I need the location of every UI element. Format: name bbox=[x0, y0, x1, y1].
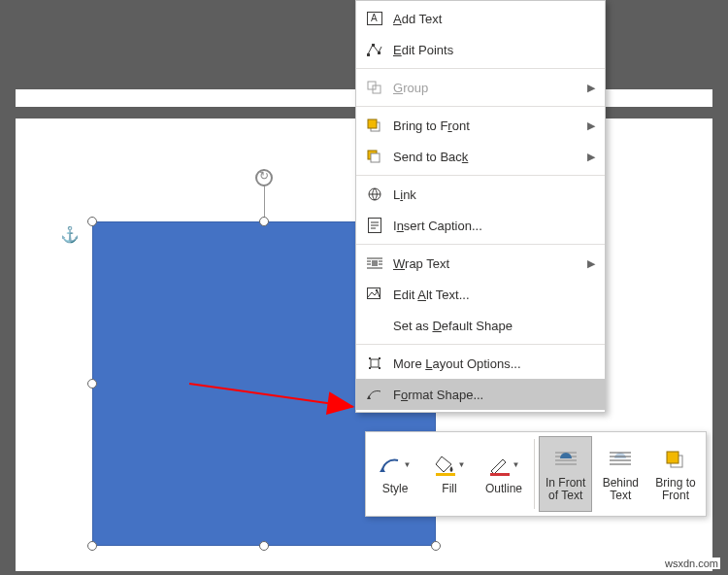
menu-label: Set as Default Shape bbox=[393, 319, 595, 333]
button-label: Outline bbox=[485, 483, 522, 495]
svg-rect-10 bbox=[371, 153, 380, 162]
resize-handle-s[interactable] bbox=[259, 541, 269, 551]
svg-rect-19 bbox=[372, 260, 378, 266]
rotation-handle[interactable] bbox=[255, 169, 273, 186]
group-icon bbox=[364, 79, 385, 96]
menu-send-to-back[interactable]: Send to Back ▶ bbox=[356, 141, 605, 172]
menu-edit-points[interactable]: Edit Points bbox=[356, 34, 605, 65]
rotation-stem bbox=[264, 184, 265, 217]
button-label: Fill bbox=[442, 483, 456, 495]
menu-separator bbox=[356, 175, 605, 176]
submenu-arrow-icon: ▶ bbox=[587, 257, 595, 270]
menu-label: Link bbox=[393, 187, 595, 202]
svg-rect-3 bbox=[372, 44, 375, 47]
button-label: Style bbox=[382, 483, 409, 495]
mini-behind-text-button[interactable]: Behind Text bbox=[594, 436, 646, 512]
svg-rect-25 bbox=[371, 359, 379, 367]
svg-rect-27 bbox=[379, 357, 381, 359]
watermark-text: wsxdn.com bbox=[663, 558, 720, 569]
menu-label: Add Text bbox=[393, 12, 595, 26]
in-front-of-text-icon bbox=[553, 446, 579, 473]
menu-label: Group bbox=[393, 81, 587, 95]
app-chrome-left bbox=[0, 0, 16, 575]
resize-handle-w[interactable] bbox=[87, 379, 97, 389]
svg-text:A: A bbox=[371, 13, 378, 23]
toolbar-separator bbox=[534, 439, 535, 509]
app-chrome-right bbox=[712, 0, 728, 575]
dropdown-icon: ▼ bbox=[513, 461, 520, 470]
menu-more-layout-options[interactable]: More Layout Options... bbox=[356, 348, 605, 379]
svg-rect-4 bbox=[378, 51, 381, 54]
app-chrome-bottom bbox=[0, 571, 728, 575]
menu-label: Insert Caption... bbox=[393, 219, 595, 233]
menu-label: Send to Back bbox=[393, 150, 587, 164]
dropdown-icon: ▼ bbox=[458, 461, 466, 470]
layout-options-icon bbox=[364, 355, 385, 372]
menu-separator bbox=[356, 106, 605, 107]
svg-rect-2 bbox=[367, 53, 370, 56]
menu-wrap-text[interactable]: Wrap Text ▶ bbox=[356, 248, 605, 279]
mini-outline-button[interactable]: ▼ Outline bbox=[478, 436, 530, 512]
submenu-arrow-icon: ▶ bbox=[587, 151, 595, 163]
menu-insert-caption[interactable]: Insert Caption... bbox=[356, 210, 605, 241]
menu-add-text[interactable]: A Add Text bbox=[356, 3, 605, 34]
menu-bring-to-front[interactable]: Bring to Front ▶ bbox=[356, 110, 605, 141]
link-icon bbox=[364, 186, 385, 203]
resize-handle-nw[interactable] bbox=[87, 217, 97, 226]
svg-point-24 bbox=[376, 289, 378, 291]
menu-group[interactable]: Group ▶ bbox=[356, 72, 605, 103]
blank-icon bbox=[364, 317, 385, 334]
bring-to-front-icon bbox=[364, 117, 385, 134]
menu-format-shape[interactable]: Format Shape... bbox=[356, 379, 605, 410]
submenu-arrow-icon: ▶ bbox=[587, 119, 595, 132]
svg-rect-32 bbox=[490, 473, 510, 476]
caption-icon bbox=[364, 217, 385, 234]
mini-fill-button[interactable]: ▼ Fill bbox=[423, 436, 476, 512]
menu-edit-alt-text[interactable]: Edit Alt Text... bbox=[356, 279, 605, 310]
menu-label: Format Shape... bbox=[393, 388, 595, 402]
alt-text-icon bbox=[364, 286, 385, 303]
submenu-arrow-icon: ▶ bbox=[587, 82, 595, 94]
mini-style-button[interactable]: ▼ Style bbox=[369, 436, 421, 512]
dropdown-icon: ▼ bbox=[404, 461, 412, 470]
menu-label: More Layout Options... bbox=[393, 356, 595, 371]
svg-marker-30 bbox=[436, 457, 451, 472]
svg-rect-26 bbox=[369, 357, 371, 359]
send-to-back-icon bbox=[364, 148, 385, 165]
wrap-text-icon bbox=[364, 254, 385, 272]
edit-points-icon bbox=[364, 41, 385, 58]
button-label: Bring to Front bbox=[655, 477, 695, 502]
anchor-icon bbox=[60, 225, 80, 244]
fill-icon: ▼ bbox=[434, 452, 466, 479]
menu-separator bbox=[356, 68, 605, 69]
text-box-icon: A bbox=[364, 10, 385, 27]
behind-text-icon bbox=[608, 446, 633, 473]
button-label: Behind Text bbox=[603, 477, 639, 502]
svg-rect-31 bbox=[436, 473, 455, 476]
bring-to-front-icon bbox=[664, 446, 687, 473]
svg-rect-28 bbox=[369, 367, 371, 369]
menu-separator bbox=[356, 344, 605, 345]
menu-label: Edit Points bbox=[393, 43, 595, 57]
menu-link[interactable]: Link bbox=[356, 179, 605, 210]
format-shape-icon bbox=[364, 386, 385, 403]
outline-icon: ▼ bbox=[488, 452, 520, 479]
svg-rect-8 bbox=[368, 119, 377, 128]
mini-in-front-of-text-button[interactable]: In Front of Text bbox=[539, 436, 592, 512]
shape-mini-toolbar: ▼ Style ▼ Fill ▼ Outline In Front of Tex… bbox=[365, 431, 707, 517]
style-icon: ▼ bbox=[380, 452, 412, 479]
shape-context-menu: A Add Text Edit Points Group ▶ Bring to … bbox=[355, 0, 606, 413]
resize-handle-se[interactable] bbox=[431, 541, 441, 551]
menu-label: Bring to Front bbox=[393, 118, 587, 133]
resize-handle-n[interactable] bbox=[259, 217, 269, 226]
mini-bring-to-front-button[interactable]: Bring to Front bbox=[648, 436, 702, 512]
menu-set-default-shape[interactable]: Set as Default Shape bbox=[356, 310, 605, 341]
button-label: In Front of Text bbox=[546, 477, 585, 502]
menu-label: Wrap Text bbox=[393, 256, 587, 271]
svg-rect-29 bbox=[379, 367, 381, 369]
svg-rect-42 bbox=[667, 452, 678, 463]
menu-separator bbox=[356, 244, 605, 245]
resize-handle-sw[interactable] bbox=[87, 541, 97, 551]
menu-label: Edit Alt Text... bbox=[393, 288, 595, 302]
